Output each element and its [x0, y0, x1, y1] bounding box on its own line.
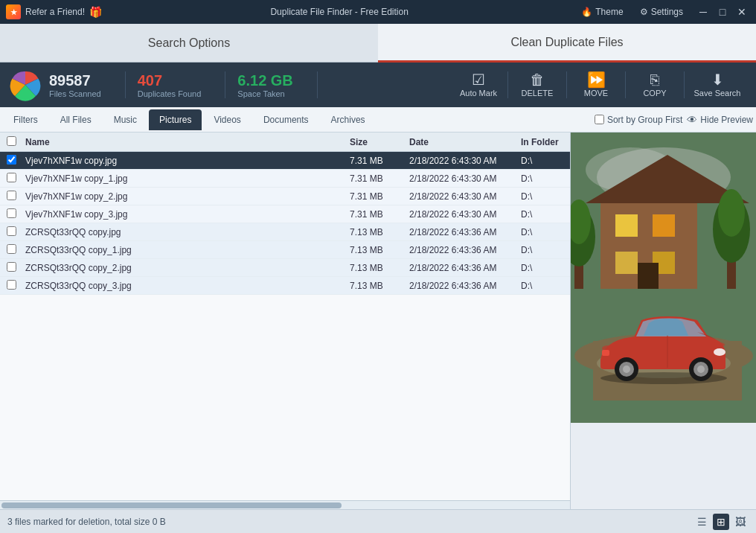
table-row[interactable]: Vjev7hXNF1w copy_1.jpg 7.31 MB 2/18/2022…: [0, 170, 570, 188]
row-folder-6: D:\: [518, 263, 570, 273]
row-name-4: ZCRSQt33rQQ copy.jpg: [22, 227, 347, 237]
titlebar-left: ★ Refer a Friend! 🎁: [6, 4, 102, 19]
theme-button[interactable]: 🔥 Theme: [577, 5, 627, 19]
sort-by-group-label[interactable]: Sort by Group First: [595, 115, 682, 125]
header-date[interactable]: Date: [406, 137, 518, 147]
row-name-3: Vjev7hXNF1w copy_3.jpg: [22, 209, 347, 220]
horizontal-scrollbar[interactable]: [0, 500, 570, 509]
delete-button[interactable]: 🗑 DELETE: [511, 66, 563, 104]
row-date-1: 2/18/2022 6:43:30 AM: [406, 173, 518, 184]
header-folder[interactable]: In Folder: [518, 137, 570, 147]
row-folder-3: D:\: [518, 209, 570, 220]
row-folder-2: D:\: [518, 191, 570, 202]
row-checkbox-4[interactable]: [0, 226, 22, 238]
row-size-5: 7.13 MB: [347, 245, 406, 255]
list-view-button[interactable]: ☰: [693, 514, 710, 530]
tab-search-options[interactable]: Search Options: [0, 24, 378, 63]
table-row[interactable]: ZCRSQt33rQQ copy.jpg 7.13 MB 2/18/2022 6…: [0, 223, 570, 241]
svg-rect-6: [615, 214, 638, 237]
toolbar-divider-2: [566, 71, 567, 98]
file-list-header: Name Size Date In Folder: [0, 133, 570, 152]
filter-tab-filters[interactable]: Filters: [3, 109, 48, 130]
table-row[interactable]: ZCRSQt33rQQ copy_3.jpg 7.13 MB 2/18/2022…: [0, 277, 570, 295]
stat-space: 6.12 GB Space Taken: [237, 72, 292, 98]
table-row[interactable]: Vjev7hXNF1w copy_3.jpg 7.31 MB 2/18/2022…: [0, 205, 570, 223]
image-view-button[interactable]: 🖼: [732, 514, 749, 530]
file-list: Name Size Date In Folder Vjev7hXNF1w cop…: [0, 133, 570, 509]
row-date-6: 2/18/2022 6:43:36 AM: [406, 263, 518, 273]
minimize-button[interactable]: ─: [695, 4, 711, 20]
row-name-0: Vjev7hXNF1w copy.jpg: [22, 156, 347, 166]
toolbar-divider-3: [625, 71, 626, 98]
row-date-2: 2/18/2022 6:43:30 AM: [406, 191, 518, 202]
main-area: Name Size Date In Folder Vjev7hXNF1w cop…: [0, 133, 756, 509]
row-folder-5: D:\: [518, 245, 570, 255]
filter-tab-videos[interactable]: Videos: [203, 109, 251, 130]
row-name-7: ZCRSQt33rQQ copy_3.jpg: [22, 281, 347, 291]
filter-tab-music[interactable]: Music: [103, 109, 147, 130]
row-date-4: 2/18/2022 6:43:36 AM: [406, 227, 518, 237]
settings-button[interactable]: ⚙ Settings: [635, 5, 688, 19]
space-label: Space Taken: [237, 89, 292, 98]
row-checkbox-7[interactable]: [0, 280, 22, 292]
delete-icon: 🗑: [530, 72, 545, 87]
close-button[interactable]: ✕: [734, 4, 750, 20]
refer-label[interactable]: Refer a Friend!: [25, 7, 85, 17]
row-name-5: ZCRSQt33rQQ copy_1.jpg: [22, 245, 347, 255]
table-row[interactable]: Vjev7hXNF1w copy.jpg 7.31 MB 2/18/2022 6…: [0, 152, 570, 170]
row-checkbox-5[interactable]: [0, 244, 22, 256]
row-size-6: 7.13 MB: [347, 263, 406, 273]
copy-button[interactable]: ⎘ COPY: [629, 66, 681, 104]
filter-tab-documents[interactable]: Documents: [253, 109, 319, 130]
pie-chart: [9, 68, 42, 101]
row-checkbox-6[interactable]: [0, 262, 22, 274]
tab-clean-duplicates[interactable]: Clean Duplicate Files: [378, 24, 756, 63]
row-name-2: Vjev7hXNF1w copy_2.jpg: [22, 191, 347, 202]
table-row[interactable]: Vjev7hXNF1w copy_2.jpg 7.31 MB 2/18/2022…: [0, 188, 570, 205]
stats-bar: 89587 Files Scanned 407 Duplicates Found…: [0, 63, 756, 107]
flame-icon: 🔥: [581, 7, 592, 17]
row-checkbox-1[interactable]: [0, 173, 22, 185]
settings-icon: ⚙: [640, 7, 648, 17]
header-check[interactable]: [0, 136, 22, 148]
svg-rect-7: [653, 214, 675, 237]
header-size[interactable]: Size: [347, 137, 406, 147]
svg-point-31: [714, 348, 725, 356]
move-icon: ⏩: [587, 72, 606, 87]
header-name[interactable]: Name: [22, 137, 347, 147]
move-button[interactable]: ⏩ MOVE: [570, 66, 622, 104]
duplicates-label: Duplicates Found: [138, 89, 202, 98]
hide-preview-button[interactable]: 👁 Hide Preview: [687, 114, 753, 126]
file-rows: Vjev7hXNF1w copy.jpg 7.31 MB 2/18/2022 6…: [0, 152, 570, 500]
status-text: 3 files marked for deletion, total size …: [7, 517, 166, 527]
row-folder-4: D:\: [518, 227, 570, 237]
filter-tab-all-files[interactable]: All Files: [50, 109, 102, 130]
auto-mark-button[interactable]: ☑ Auto Mark: [452, 66, 504, 104]
eye-icon: 👁: [687, 114, 697, 126]
maximize-button[interactable]: □: [714, 4, 731, 20]
filter-tab-pictures[interactable]: Pictures: [149, 109, 202, 130]
select-all-checkbox[interactable]: [7, 136, 16, 146]
save-search-button[interactable]: ⬇ Save Search: [688, 66, 747, 104]
toolbar: ☑ Auto Mark 🗑 DELETE ⏩ MOVE ⎘ COPY ⬇ Sav…: [452, 66, 747, 104]
sort-by-group-checkbox[interactable]: [595, 115, 604, 124]
files-scanned-label: Files Scanned: [49, 89, 101, 98]
copy-icon: ⎘: [650, 72, 659, 87]
grid-view-button[interactable]: ⊞: [713, 514, 729, 530]
scrollbar-thumb[interactable]: [1, 502, 342, 508]
save-icon: ⬇: [711, 72, 724, 87]
tab-header: Search Options Clean Duplicate Files: [0, 24, 756, 63]
filter-bar-right: Sort by Group First 👁 Hide Preview: [595, 114, 753, 126]
row-checkbox-3[interactable]: [0, 208, 22, 220]
row-checkbox-2[interactable]: [0, 191, 22, 202]
filter-tab-archives[interactable]: Archives: [321, 109, 376, 130]
row-date-0: 2/18/2022 6:43:30 AM: [406, 156, 518, 166]
preview-image-area: [571, 133, 756, 423]
row-checkbox-0[interactable]: [0, 155, 22, 167]
table-row[interactable]: ZCRSQt33rQQ copy_2.jpg 7.13 MB 2/18/2022…: [0, 259, 570, 277]
svg-point-30: [697, 366, 705, 373]
row-date-5: 2/18/2022 6:43:36 AM: [406, 245, 518, 255]
refer-icon: 🎁: [89, 6, 102, 18]
row-size-1: 7.31 MB: [347, 173, 406, 184]
table-row[interactable]: ZCRSQt33rQQ copy_1.jpg 7.13 MB 2/18/2022…: [0, 241, 570, 259]
